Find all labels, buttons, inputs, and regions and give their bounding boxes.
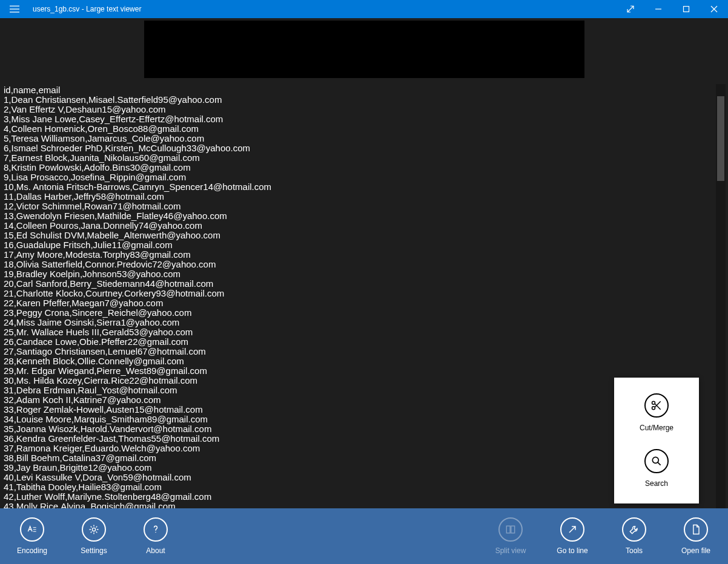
text-line: 29,Mr. Edgar Wiegand,Pierre_West89@gmail… bbox=[4, 366, 715, 376]
text-line: 9,Lisa Prosacco,Josefina_Rippin@gmail.co… bbox=[4, 172, 715, 182]
text-line: 14,Colleen Pouros,Jana.Donnelly74@yahoo.… bbox=[4, 221, 715, 231]
encoding-label: Encoding bbox=[17, 546, 47, 555]
scrollbar-thumb[interactable] bbox=[717, 96, 724, 181]
split-view-icon bbox=[498, 517, 523, 542]
svg-point-11 bbox=[155, 532, 156, 533]
text-line: 12,Victor Schimmel,Rowan71@hotmail.com bbox=[4, 202, 715, 211]
restore-diagonal-button[interactable] bbox=[617, 0, 644, 18]
text-line: 36,Kendra Greenfelder-Jast,Thomas55@hotm… bbox=[4, 434, 715, 444]
encoding-button[interactable]: Encoding bbox=[8, 517, 56, 555]
tools-button[interactable]: Tools bbox=[611, 517, 658, 555]
hamburger-icon bbox=[10, 5, 19, 13]
text-line: 28,Kenneth Block,Ollie.Connelly@gmail.co… bbox=[4, 356, 715, 366]
text-line: 4,Colleen Homenick,Oren_Bosco88@gmail.co… bbox=[4, 124, 715, 134]
close-icon bbox=[710, 5, 718, 13]
go-to-line-button[interactable]: Go to line bbox=[549, 517, 596, 555]
settings-button[interactable]: Settings bbox=[70, 517, 117, 555]
text-line: 27,Santiago Christiansen,Lemuel67@hotmai… bbox=[4, 347, 715, 356]
ad-placeholder bbox=[144, 21, 584, 78]
expand-icon bbox=[627, 5, 634, 13]
tools-popup: Cut/Merge Search bbox=[614, 378, 699, 503]
about-button[interactable]: About bbox=[132, 517, 179, 555]
text-line: 7,Earnest Block,Juanita_Nikolaus60@gmail… bbox=[4, 153, 715, 163]
text-line: 33,Roger Zemlak-Howell,Austen15@hotmail.… bbox=[4, 405, 715, 415]
cut-merge-label: Cut/Merge bbox=[640, 424, 673, 432]
text-line: 17,Amy Moore,Modesta.Torphy83@gmail.com bbox=[4, 250, 715, 260]
maximize-icon bbox=[683, 5, 690, 13]
text-line: 20,Carl Sanford,Berry_Stiedemann44@hotma… bbox=[4, 279, 715, 289]
text-line: 21,Charlotte Klocko,Courtney.Corkery93@h… bbox=[4, 289, 715, 298]
text-line: 40,Levi Kassulke V,Dora_Von59@hotmail.co… bbox=[4, 473, 715, 482]
text-view[interactable]: id,name,email1,Dean Christiansen,Misael.… bbox=[2, 84, 716, 508]
svg-rect-13 bbox=[511, 526, 515, 533]
tools-label: Tools bbox=[626, 546, 643, 555]
text-line: 19,Bradley Koelpin,Johnson53@yahoo.com bbox=[4, 269, 715, 279]
text-line: id,name,email bbox=[4, 85, 715, 95]
text-line: 41,Tabitha Dooley,Hailie83@gmail.com bbox=[4, 482, 715, 492]
arrow-icon bbox=[560, 517, 584, 542]
text-line: 32,Adam Koch II,Katrine7@yahoo.com bbox=[4, 395, 715, 405]
text-line: 30,Ms. Hilda Kozey,Cierra.Rice22@hotmail… bbox=[4, 376, 715, 385]
svg-rect-4 bbox=[684, 7, 689, 12]
text-line: 37,Ramona Kreiger,Eduardo.Welch@yahoo.co… bbox=[4, 444, 715, 453]
split-view-button: Split view bbox=[487, 517, 534, 555]
text-line: 8,Kristin Powlowski,Adolfo.Bins30@gmail.… bbox=[4, 163, 715, 172]
open-file-button[interactable]: Open file bbox=[672, 517, 720, 555]
search-label: Search bbox=[645, 479, 668, 488]
text-line: 38,Bill Boehm,Catalina37@gmail.com bbox=[4, 453, 715, 463]
text-line: 24,Miss Jaime Osinski,Sierra1@yahoo.com bbox=[4, 318, 715, 327]
about-label: About bbox=[146, 546, 165, 555]
search-icon bbox=[644, 449, 669, 473]
text-line: 5,Teresa Williamson,Jamarcus_Cole@yahoo.… bbox=[4, 134, 715, 143]
text-line: 2,Van Effertz V,Deshaun15@yahoo.com bbox=[4, 105, 715, 114]
text-line: 22,Karen Pfeffer,Maegan7@yahoo.com bbox=[4, 298, 715, 308]
text-line: 43,Molly Rice,Alvina_Bogisich@gmail.com bbox=[4, 502, 715, 508]
split-view-label: Split view bbox=[495, 546, 526, 555]
question-icon bbox=[144, 517, 168, 542]
text-line: 16,Guadalupe Fritsch,Julie11@gmail.com bbox=[4, 240, 715, 250]
appbar: Encoding Settings About bbox=[0, 508, 728, 564]
titlebar: users_1gb.csv - Large text viewer bbox=[0, 0, 728, 18]
open-file-label: Open file bbox=[681, 546, 710, 555]
text-line: 11,Dallas Harber,Jeffry58@hotmail.com bbox=[4, 192, 715, 202]
ad-banner-area bbox=[0, 18, 728, 84]
text-line: 26,Candace Lowe,Obie.Pfeffer22@gmail.com bbox=[4, 337, 715, 347]
gear-icon bbox=[82, 517, 106, 542]
cut-merge-button[interactable]: Cut/Merge bbox=[614, 385, 699, 441]
text-line: 35,Joanna Wisozk,Harold.Vandervort@hotma… bbox=[4, 424, 715, 434]
scissors-icon bbox=[644, 393, 669, 418]
minimize-button[interactable] bbox=[644, 0, 672, 18]
file-icon bbox=[684, 517, 708, 542]
vertical-scrollbar[interactable] bbox=[716, 84, 726, 508]
search-button[interactable]: Search bbox=[614, 441, 699, 496]
text-line: 23,Peggy Crona,Sincere_Reichel@yahoo.com bbox=[4, 308, 715, 318]
close-button[interactable] bbox=[700, 0, 728, 18]
text-line: 18,Olivia Satterfield,Connor.Predovic72@… bbox=[4, 260, 715, 269]
text-line: 15,Ed Schulist DVM,Mabelle_Altenwerth@ya… bbox=[4, 231, 715, 240]
text-line: 6,Ismael Schroeder PhD,Kirsten_McCulloug… bbox=[4, 143, 715, 153]
text-line: 39,Jay Braun,Brigitte12@yahoo.com bbox=[4, 463, 715, 473]
minimize-icon bbox=[655, 5, 662, 13]
text-line: 3,Miss Jane Lowe,Casey_Effertz-Effertz@h… bbox=[4, 114, 715, 124]
settings-label: Settings bbox=[81, 546, 107, 555]
hamburger-menu-button[interactable] bbox=[0, 0, 29, 18]
text-line: 31,Debra Erdman,Raul_Yost@hotmail.com bbox=[4, 385, 715, 395]
svg-point-9 bbox=[652, 457, 658, 463]
maximize-button[interactable] bbox=[672, 0, 700, 18]
encoding-icon bbox=[20, 517, 44, 542]
go-to-line-label: Go to line bbox=[557, 546, 587, 555]
text-line: 13,Gwendolyn Friesen,Mathilde_Flatley46@… bbox=[4, 211, 715, 221]
svg-rect-12 bbox=[506, 526, 510, 533]
wrench-icon bbox=[622, 517, 646, 542]
text-line: 42,Luther Wolff,Marilyne.Stoltenberg48@g… bbox=[4, 492, 715, 502]
text-line: 1,Dean Christiansen,Misael.Satterfield95… bbox=[4, 95, 715, 105]
window-title: users_1gb.csv - Large text viewer bbox=[29, 5, 141, 13]
text-line: 25,Mr. Wallace Huels III,Gerald53@yahoo.… bbox=[4, 327, 715, 337]
text-line: 34,Louise Moore,Marquis_Smitham89@gmail.… bbox=[4, 415, 715, 424]
svg-point-10 bbox=[92, 528, 95, 531]
text-line: 10,Ms. Antonia Fritsch-Barrows,Camryn_Sp… bbox=[4, 182, 715, 192]
